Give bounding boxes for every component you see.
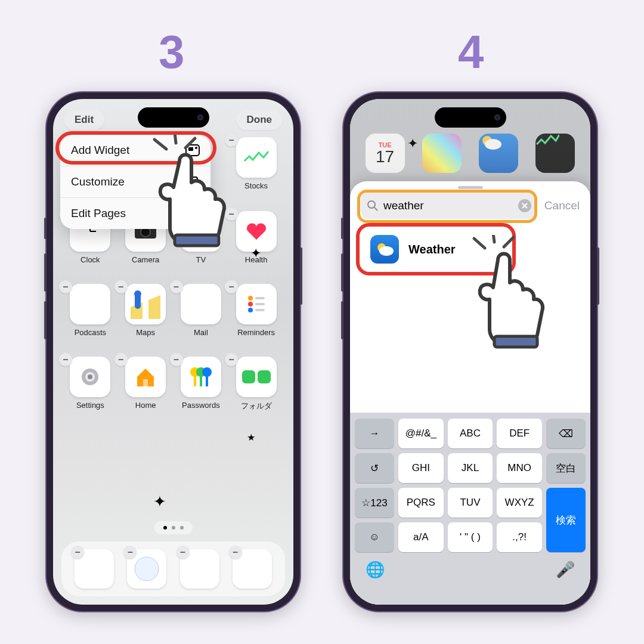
key-emoji[interactable]: ☺ [355, 522, 394, 552]
svg-rect-54 [494, 336, 537, 347]
phone-frame-right: TUE17 ✦ weather Cancel Weather [343, 92, 597, 611]
svg-point-11 [248, 296, 253, 301]
globe-icon[interactable]: 🌐 [366, 561, 385, 579]
dock-safari[interactable]: – [127, 549, 166, 589]
phone-frame-left: Edit Done – Stocks – Clock – C [47, 92, 300, 611]
pages-icon [185, 208, 200, 219]
svg-rect-14 [255, 303, 265, 305]
key-search[interactable]: 検索 [546, 488, 586, 552]
svg-line-46 [374, 208, 377, 210]
app-folder[interactable]: – フォルダ [228, 357, 284, 411]
key[interactable]: ' " ( ) [448, 522, 493, 552]
remove-icon[interactable]: – [114, 353, 128, 366]
done-button[interactable]: Done [236, 110, 283, 130]
weather-icon [479, 134, 518, 173]
svg-rect-24 [200, 376, 202, 386]
remove-icon[interactable]: – [170, 353, 183, 366]
svg-point-9 [134, 290, 141, 298]
app-passwords[interactable]: – Passwords [174, 357, 229, 411]
remove-icon[interactable]: – [170, 280, 183, 293]
app-label: TV [196, 255, 206, 264]
key-backspace[interactable]: ⌫ [546, 419, 586, 448]
app-label: Camera [132, 255, 159, 264]
app-podcasts[interactable]: – Podcasts [63, 284, 118, 337]
svg-point-15 [248, 308, 253, 312]
home-screen-jiggle: Edit Done – Stocks – Clock – C [53, 99, 293, 605]
app-label: Reminders [237, 328, 275, 337]
key[interactable]: TUV [448, 488, 493, 518]
app-maps[interactable]: – Maps [118, 284, 174, 337]
search-icon [367, 200, 379, 212]
sparkle-icon: ✦ [153, 493, 166, 511]
app-label: Settings [76, 401, 104, 410]
menu-edit-pages[interactable]: Edit Pages [60, 198, 210, 229]
result-label: Weather [408, 243, 456, 256]
clear-icon[interactable] [518, 199, 531, 212]
key[interactable]: a/A [398, 522, 444, 552]
svg-point-13 [248, 302, 253, 306]
edit-button[interactable]: Edit [64, 110, 104, 130]
key-mode[interactable]: ☆123 [355, 488, 394, 518]
search-input[interactable]: weather [361, 193, 537, 219]
search-result-weather[interactable]: Weather [361, 228, 510, 271]
key-undo[interactable]: ↺ [355, 453, 394, 483]
key[interactable]: DEF [497, 419, 542, 448]
widget-picker-sheet: weather Cancel Weather [350, 181, 590, 605]
app-reminders[interactable]: – Reminders [228, 284, 284, 337]
weather-icon [370, 235, 399, 264]
keyboard[interactable]: → @#/&_ ABC DEF ⌫ ↺ GHI JKL MNO 空白 ☆123 [350, 413, 590, 605]
dock: – – – – [61, 541, 285, 596]
svg-rect-12 [255, 297, 265, 299]
key[interactable]: GHI [398, 453, 444, 483]
edit-context-menu: Add Widget Customize Edit Pages [60, 135, 210, 229]
widget-search-screen: TUE17 ✦ weather Cancel Weather [350, 99, 590, 605]
key[interactable]: MNO [497, 453, 542, 483]
mic-icon[interactable]: 🎤 [556, 561, 575, 579]
key[interactable]: ABC [448, 419, 493, 448]
svg-rect-34 [188, 147, 193, 151]
svg-point-19 [88, 374, 92, 379]
menu-add-widget[interactable]: Add Widget [60, 135, 210, 166]
customize-icon [185, 176, 200, 188]
menu-customize[interactable]: Customize [60, 166, 210, 198]
key[interactable]: WXYZ [497, 488, 542, 518]
app-home[interactable]: – Home [118, 357, 174, 411]
svg-point-30 [135, 557, 159, 581]
calendar-icon: TUE17 [366, 134, 405, 173]
menu-label: Edit Pages [71, 207, 126, 220]
remove-icon[interactable]: – [59, 353, 72, 366]
app-stocks[interactable]: – Stocks [228, 137, 284, 190]
widget-icon [185, 144, 200, 156]
page-indicator[interactable] [154, 521, 193, 534]
dock-music[interactable]: – [233, 549, 272, 589]
search-query: weather [383, 199, 513, 212]
sheet-grabber[interactable] [458, 186, 483, 189]
key[interactable]: PQRS [398, 488, 444, 518]
app-mail[interactable]: – Mail [174, 284, 229, 337]
key[interactable]: @#/&_ [398, 419, 444, 448]
key-space[interactable]: 空白 [546, 453, 586, 483]
key[interactable]: JKL [448, 453, 493, 483]
svg-point-25 [202, 367, 212, 377]
svg-point-35 [195, 147, 197, 149]
cancel-button[interactable]: Cancel [544, 199, 580, 212]
svg-point-7 [88, 301, 92, 304]
key-next[interactable]: → [355, 419, 394, 448]
svg-rect-20 [143, 379, 148, 386]
key[interactable]: .,?! [497, 522, 542, 552]
remove-icon[interactable]: – [177, 546, 190, 559]
photos-icon [422, 134, 462, 173]
svg-rect-8 [88, 305, 92, 312]
remove-icon[interactable]: – [229, 546, 242, 559]
app-label: フォルダ [241, 401, 272, 411]
svg-rect-10 [190, 297, 212, 311]
remove-icon[interactable]: – [114, 280, 128, 293]
app-label: Mail [194, 328, 208, 337]
app-label: Passwords [182, 401, 220, 410]
app-settings[interactable]: – Settings [63, 357, 118, 411]
step-number-4: 4 [458, 25, 484, 79]
dock-appstore[interactable]: – [75, 549, 114, 589]
dock-phone[interactable]: – [180, 549, 219, 589]
svg-rect-22 [194, 376, 196, 386]
remove-icon[interactable]: – [59, 280, 72, 293]
